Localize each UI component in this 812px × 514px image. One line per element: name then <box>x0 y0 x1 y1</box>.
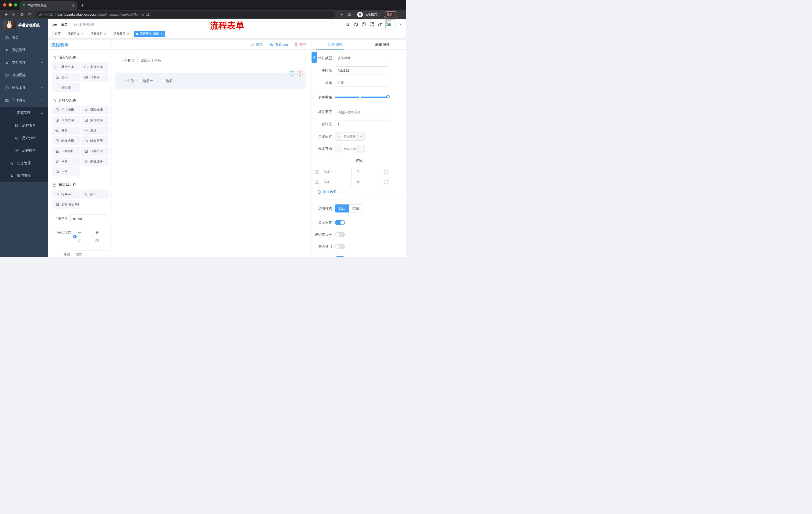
palette-item-color-picker[interactable]: 颜色选择 <box>81 157 109 166</box>
tab-component-props[interactable]: 组件属性 <box>312 40 359 49</box>
collapse-menu-icon[interactable] <box>52 22 57 26</box>
update-button[interactable]: 更新 <box>384 11 398 18</box>
remove-option-icon[interactable]: − <box>384 180 388 184</box>
sidebar-item-pay[interactable]: ¥ 支付管理 ▼ <box>0 56 48 69</box>
min-select-input[interactable] <box>342 133 357 140</box>
drag-handle-icon[interactable] <box>315 170 319 174</box>
close-icon[interactable]: ✕ <box>127 32 129 36</box>
border-toggle[interactable] <box>335 232 345 237</box>
max-select-input[interactable] <box>342 145 357 153</box>
disabled-toggle[interactable] <box>335 244 345 249</box>
show-label-toggle[interactable] <box>335 220 345 225</box>
font-size-icon[interactable]: ᴛT <box>378 22 382 27</box>
browser-menu-icon[interactable] <box>395 13 396 16</box>
help-icon[interactable] <box>361 22 366 27</box>
sidebar-item-bpm-model[interactable]: 流程模型 <box>0 144 48 157</box>
avatar[interactable] <box>385 19 396 29</box>
palette-item-textarea[interactable]: 多行文本 <box>81 62 109 72</box>
palette-item-date-picker[interactable]: 日期选择 <box>52 146 80 156</box>
style-button-button[interactable]: 按钮 <box>349 205 363 213</box>
copy-component-button[interactable] <box>289 70 295 76</box>
back-icon[interactable] <box>2 11 9 18</box>
github-icon[interactable] <box>353 22 358 27</box>
tab-close-icon[interactable]: ✕ <box>72 3 75 7</box>
canvas-field-gender-selected[interactable]: 性别 选项一 选项二 <box>115 73 306 89</box>
status-radio-off[interactable]: 关闭 <box>91 228 102 245</box>
url-text[interactable]: dashboard.yudao.iocoder.cn/bpm/manager/f… <box>58 12 150 16</box>
gender-checkbox-2[interactable]: 选项二 <box>161 79 176 83</box>
minus-icon[interactable]: − <box>335 133 342 140</box>
required-toggle[interactable] <box>335 256 345 257</box>
plus-icon[interactable]: + <box>357 133 364 140</box>
min-select-stepper[interactable]: − + <box>335 133 365 141</box>
close-window-button[interactable] <box>3 3 6 6</box>
canvas-field-phone[interactable]: 手机号 <box>115 56 306 65</box>
breadcrumb-home[interactable]: 首页 <box>61 22 67 27</box>
tag-home[interactable]: 首页 <box>52 31 63 37</box>
reload-icon[interactable] <box>19 11 25 18</box>
gender-checkbox-1[interactable]: 选项一 <box>138 79 153 83</box>
tag-process-form-edit[interactable]: 流程表单-编辑✕ <box>134 31 165 37</box>
palette-item-counter[interactable]: 123计数器 <box>81 73 109 82</box>
close-icon[interactable]: ✕ <box>160 32 163 36</box>
option-name-input[interactable] <box>321 168 352 176</box>
max-select-stepper[interactable]: − + <box>335 145 365 153</box>
save-button[interactable]: 保存 <box>251 43 263 47</box>
forward-icon[interactable] <box>10 11 17 18</box>
palette-item-slider[interactable]: 滑块 <box>81 126 109 135</box>
palette-item-rate[interactable]: 评分 <box>52 157 80 166</box>
palette-item-editor[interactable]: 编辑器 <box>52 83 80 92</box>
sidebar-item-infra[interactable]: 基础设施 ▼ <box>0 69 48 81</box>
sidebar-item-user-group[interactable]: 用户分组 <box>0 132 48 144</box>
avatar-dropdown-icon[interactable] <box>400 24 402 25</box>
palette-item-row-container[interactable]: 行容器 <box>52 190 80 199</box>
view-json-button[interactable]: 查看json <box>269 43 288 47</box>
sidebar-item-task-manage[interactable]: 任务管理 ▼ <box>0 157 48 169</box>
field-link-tag[interactable] <box>312 52 317 63</box>
palette-item-time-range[interactable]: 时间范围 <box>81 136 109 145</box>
bookmark-star-icon[interactable] <box>346 11 353 18</box>
palette-item-date-range[interactable]: 日期范围 <box>81 146 109 156</box>
palette-item-button[interactable]: 按钮 <box>81 190 109 199</box>
palette-item-cascader[interactable]: 级联选择 <box>81 105 109 114</box>
incognito-badge[interactable]: 无痕模式 <box>356 11 380 18</box>
phone-input[interactable] <box>138 56 306 65</box>
delete-component-button[interactable] <box>297 70 303 76</box>
palette-item-time-picker[interactable]: 时间选择 <box>52 136 80 145</box>
sidebar-item-leave-query[interactable]: 请假查询 <box>0 169 48 182</box>
fullscreen-icon[interactable] <box>370 22 374 27</box>
palette-item-select[interactable]: 下拉选择 <box>52 105 80 114</box>
tab-form-props[interactable]: 表单属性 <box>359 40 406 49</box>
default-value-input[interactable] <box>335 120 389 128</box>
tag-process-form[interactable]: 流程表单✕ <box>111 31 132 37</box>
clear-button[interactable]: 清空 <box>294 43 306 47</box>
tag-process-model[interactable]: 流程模型✕ <box>88 31 109 37</box>
option-value-input[interactable] <box>354 168 382 176</box>
search-icon[interactable] <box>345 22 350 27</box>
address-bar[interactable]: 不安全 dashboard.yudao.iocoder.cn/bpm/manag… <box>36 11 335 18</box>
tag-process-definition[interactable]: 流程定义✕ <box>65 31 86 37</box>
drag-handle-icon[interactable] <box>315 180 319 184</box>
palette-item-radio-group[interactable]: 单选框组 <box>52 116 80 125</box>
style-default-button[interactable]: 默认 <box>335 205 349 213</box>
palette-item-password[interactable]: 密码 <box>52 73 80 82</box>
field-name-input[interactable] <box>335 66 389 75</box>
slider-track[interactable] <box>335 97 389 98</box>
browser-tab[interactable]: 芋道管理系统 ✕ <box>20 1 77 10</box>
sidebar-item-bpm-form[interactable]: 流程表单 <box>0 119 48 132</box>
close-icon[interactable]: ✕ <box>104 32 107 36</box>
minimize-window-button[interactable] <box>8 3 12 6</box>
close-icon[interactable]: ✕ <box>81 32 84 36</box>
palette-item-upload[interactable]: 上传 <box>52 167 80 176</box>
label-width-input[interactable] <box>335 108 389 116</box>
sidebar-item-system[interactable]: 系统管理 ▼ <box>0 44 48 56</box>
sidebar-item-bpm-manage[interactable]: 流程管理 ▲ <box>0 107 48 119</box>
security-warning[interactable]: 不安全 <box>39 12 53 17</box>
sidebar-item-workflow[interactable]: 工作流程 ▲ <box>0 94 48 107</box>
password-key-icon[interactable] <box>338 11 345 18</box>
palette-item-table[interactable]: 表格[开发中] <box>52 200 80 209</box>
remove-option-icon[interactable]: − <box>384 170 388 174</box>
status-radio-on[interactable]: 开启 <box>73 228 84 245</box>
option-name-input[interactable] <box>321 178 352 186</box>
option-value-input[interactable] <box>354 178 382 186</box>
